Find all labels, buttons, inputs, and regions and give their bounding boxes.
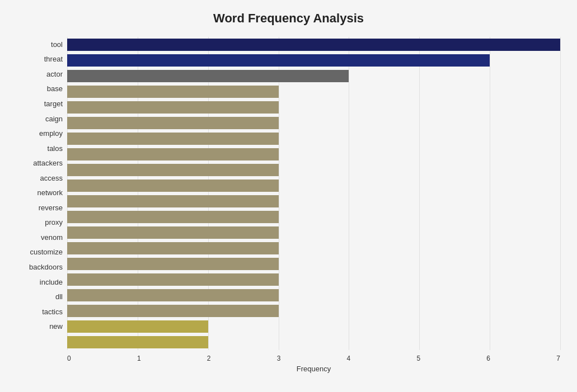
y-label-backdoors: backdoors (29, 259, 63, 275)
y-label-threat: threat (44, 52, 63, 67)
y-axis: toolthreatactorbasetargetcaignemploytalo… (17, 37, 67, 351)
bar-row-tool (67, 37, 560, 53)
bar-actor (67, 70, 349, 82)
bar-row-new (67, 334, 560, 350)
x-tick-1: 1 (137, 355, 141, 362)
bar-network (67, 195, 279, 207)
bar-talos (67, 148, 279, 160)
x-axis: 01234567 (67, 352, 560, 362)
bar-row-customize (67, 256, 560, 272)
y-label-venom: venom (41, 230, 63, 245)
y-label-access: access (40, 171, 63, 186)
plot-area: 01234567 Frequency (67, 37, 560, 351)
bar-row-talos (67, 147, 560, 162)
bar-row-reverse (67, 209, 560, 225)
bar-row-threat (67, 53, 560, 68)
x-tick-4: 4 (347, 355, 351, 362)
bar-backdoors (67, 273, 279, 286)
x-tick-7: 7 (556, 355, 560, 362)
x-tick-2: 2 (207, 355, 211, 362)
bar-row-network (67, 193, 560, 209)
bar-attackers (67, 164, 279, 176)
bar-base (67, 86, 279, 98)
bar-access (67, 180, 279, 192)
y-label-target: target (44, 96, 63, 111)
bar-row-venom (67, 240, 560, 256)
bar-row-actor (67, 68, 560, 84)
bar-employ (67, 133, 279, 145)
y-label-new: new (49, 319, 63, 334)
x-tick-6: 6 (486, 355, 490, 362)
bar-target (67, 101, 279, 114)
y-label-dll: dll (55, 289, 63, 304)
grid-line-7 (560, 37, 561, 350)
bar-row-base (67, 84, 560, 100)
x-axis-labels: 01234567 (67, 352, 560, 362)
bar-reverse (67, 211, 279, 223)
y-label-customize: customize (30, 245, 63, 260)
x-tick-5: 5 (416, 355, 420, 362)
y-label-caign: caign (45, 111, 63, 126)
bar-row-access (67, 178, 560, 193)
bar-caign (67, 117, 279, 129)
bar-tactics (67, 320, 208, 333)
bar-new (67, 336, 208, 348)
bar-threat (67, 54, 490, 67)
x-tick-0: 0 (67, 355, 71, 362)
y-label-employ: employ (39, 126, 63, 141)
x-axis-title: Frequency (67, 365, 560, 373)
bar-row-tactics (67, 319, 560, 334)
y-label-tool: tool (51, 37, 63, 52)
y-label-tactics: tactics (42, 304, 63, 319)
y-label-include: include (40, 275, 63, 290)
x-tick-3: 3 (277, 355, 281, 362)
bar-dll (67, 305, 279, 317)
y-label-attackers: attackers (33, 155, 63, 171)
chart-title: Word Frequency Analysis (17, 11, 560, 26)
bar-proxy (67, 226, 279, 239)
bar-row-caign (67, 115, 560, 131)
bar-row-target (67, 100, 560, 115)
y-label-talos: talos (48, 141, 63, 156)
y-label-actor: actor (46, 67, 63, 82)
y-label-proxy: proxy (45, 215, 63, 230)
bar-row-backdoors (67, 272, 560, 287)
y-label-network: network (37, 185, 63, 200)
bar-row-employ (67, 131, 560, 147)
chart-area: toolthreatactorbasetargetcaignemploytalo… (17, 37, 560, 351)
bar-row-attackers (67, 162, 560, 178)
bar-customize (67, 258, 279, 270)
bar-tool (67, 39, 560, 51)
bars-section (67, 37, 560, 350)
bar-row-include (67, 287, 560, 303)
y-label-base: base (47, 82, 63, 97)
bar-include (67, 289, 279, 301)
chart-container: Word Frequency Analysis toolthreatactorb… (0, 0, 577, 392)
y-label-reverse: reverse (39, 200, 63, 215)
bar-row-dll (67, 303, 560, 319)
bar-row-proxy (67, 225, 560, 240)
bar-venom (67, 242, 279, 254)
